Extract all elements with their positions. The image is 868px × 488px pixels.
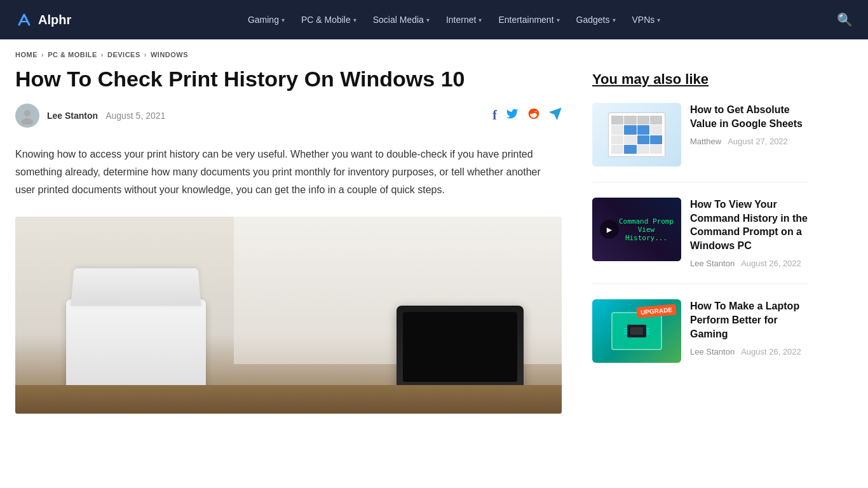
sidebar-card-3-date: August 26, 2022 [741,347,801,356]
nav-gaming[interactable]: Gaming ▾ [241,10,291,30]
chevron-down-icon: ▾ [281,17,285,24]
cmd-text: Command PrompViewHistory... [619,217,674,242]
sidebar-card-2-author: Lee Stanton [690,259,735,268]
sidebar-card-1-title[interactable]: How to Get Absolute Value in Google Shee… [690,103,808,130]
social-share-bar: f [492,107,562,123]
breadcrumb-devices[interactable]: DEVICES [107,51,140,58]
nav-gadgets[interactable]: Gadgets ▾ [570,10,622,30]
sidebar-card-3-author: Lee Stanton [690,347,735,356]
breadcrumb-home[interactable]: HOME [15,51,37,58]
laptop-chip-graphic [611,312,662,350]
sidebar-card-2-info: How To View Your Command History in the … [690,198,808,268]
avatar-icon [18,107,36,125]
nav-entertainment[interactable]: Entertainment ▾ [492,10,566,30]
navbar: Alphr Gaming ▾ PC & Mobile ▾ Social Medi… [0,0,868,39]
twitter-icon [506,107,519,120]
article-title: How To Check Print History On Windows 10 [15,66,562,92]
telegram-icon [549,107,562,120]
logo-text: Alphr [38,13,71,27]
breadcrumb-windows[interactable]: WINDOWS [151,51,188,58]
sidebar-card-1-date: August 27, 2022 [728,137,788,146]
article-date: August 5, 2021 [105,111,165,121]
svg-point-1 [22,118,33,125]
chevron-down-icon: ▾ [557,17,560,24]
sheets-grid [608,112,665,157]
laptop-thumbnail: UPGRADE [592,299,681,363]
breadcrumb-separator: › [41,51,44,58]
breadcrumb-pc-mobile[interactable]: PC & MOBILE [48,51,97,58]
sidebar-card-3-title[interactable]: How To Make a Laptop Perform Better for … [690,299,808,341]
printer-scene [15,217,562,414]
laptop-graphic [397,306,524,388]
cmd-play-icon: ▶ [600,220,619,239]
svg-rect-4 [630,327,643,335]
sidebar-card-2-title[interactable]: How To View Your Command History in the … [690,198,808,252]
sidebar-thumb-3: UPGRADE [592,299,681,363]
article-hero-image [15,217,562,414]
nav-internet[interactable]: Internet ▾ [440,10,488,30]
page-layout: How To Check Print History On Windows 10… [0,66,868,414]
sidebar-thumb-2: ▶ Command PrompViewHistory... [592,198,681,261]
sidebar-card-1: How to Get Absolute Value in Google Shee… [592,103,808,182]
circuit-icon [621,320,653,342]
sidebar-card-1-author: Matthew [690,137,721,146]
sidebar-card-3: UPGRADE How To Make a Laptop Perform Bet… [592,299,808,378]
sidebar-title: You may also like [592,71,808,88]
reddit-icon [527,107,540,120]
author-name: Lee Stanton [47,111,98,121]
breadcrumb-separator: › [101,51,104,58]
sidebar-card-2-date: August 26, 2022 [741,259,801,268]
sidebar-card-1-meta: Matthew August 27, 2022 [690,137,808,146]
cmd-thumbnail: ▶ Command PrompViewHistory... [592,198,681,261]
sidebar-card-3-meta: Lee Stanton August 26, 2022 [690,347,808,356]
main-content: How To Check Print History On Windows 10… [15,66,562,414]
sidebar-card-2: ▶ Command PrompViewHistory... How To Vie… [592,198,808,284]
chevron-down-icon: ▾ [426,17,430,24]
twitter-share-button[interactable] [506,107,519,123]
sidebar-card-3-info: How To Make a Laptop Perform Better for … [690,299,808,363]
avatar [15,104,39,128]
article-meta: Lee Stanton August 5, 2021 f [15,104,562,128]
chevron-down-icon: ▾ [478,17,482,24]
meta-left: Lee Stanton August 5, 2021 [15,104,165,128]
nav-pc-mobile[interactable]: PC & Mobile ▾ [295,10,363,30]
sheets-thumbnail [592,103,681,166]
search-icon[interactable]: 🔍 [837,12,853,27]
nav-social-media[interactable]: Social Media ▾ [367,10,436,30]
logo-icon [15,11,33,29]
sidebar-card-2-meta: Lee Stanton August 26, 2022 [690,259,808,268]
chevron-down-icon: ▾ [657,17,660,24]
telegram-share-button[interactable] [549,107,562,123]
table-surface [15,385,562,414]
site-logo[interactable]: Alphr [15,11,71,29]
breadcrumb-separator: › [144,51,147,58]
printer-graphic [66,299,206,388]
chevron-down-icon: ▾ [613,17,616,24]
svg-point-0 [24,110,31,116]
printer-top [71,268,201,306]
sidebar-card-1-info: How to Get Absolute Value in Google Shee… [690,103,808,166]
nav-vpns[interactable]: VPNs ▾ [626,10,667,30]
sidebar: You may also like [592,66,808,414]
breadcrumb: HOME › PC & MOBILE › DEVICES › WINDOWS [0,39,868,66]
nav-menu: Gaming ▾ PC & Mobile ▾ Social Media ▾ In… [241,10,667,30]
article-intro: Knowing how to access your print history… [15,146,562,199]
reddit-share-button[interactable] [527,107,540,123]
chevron-down-icon: ▾ [353,17,356,24]
sidebar-thumb-1 [592,103,681,166]
laptop-screen [403,312,517,382]
upgrade-badge: UPGRADE [636,304,676,318]
facebook-share-button[interactable]: f [492,108,497,123]
